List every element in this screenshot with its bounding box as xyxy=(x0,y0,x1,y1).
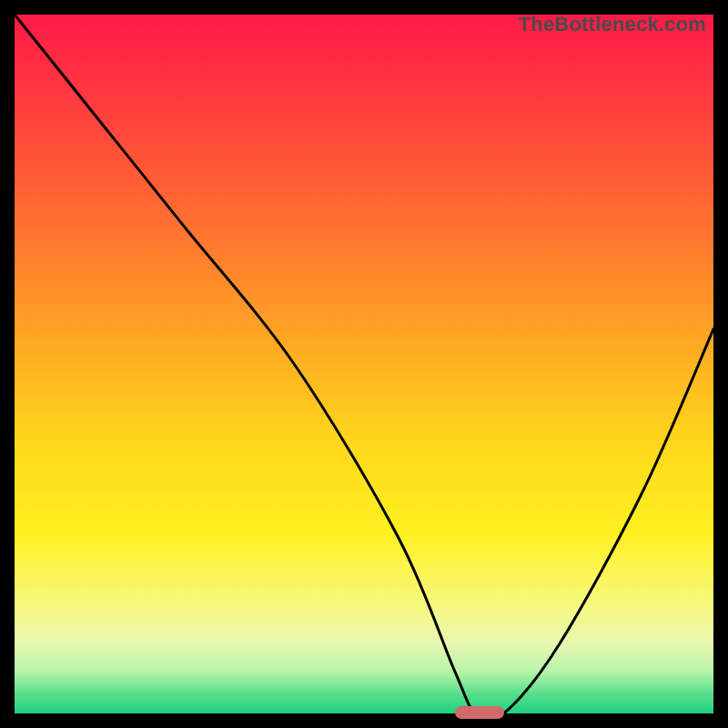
chart-frame: TheBottleneck.com xyxy=(0,0,728,728)
curve-path xyxy=(15,15,713,721)
bottleneck-curve xyxy=(15,15,713,713)
plot-area: TheBottleneck.com xyxy=(15,15,713,713)
optimal-range-marker xyxy=(455,706,504,719)
